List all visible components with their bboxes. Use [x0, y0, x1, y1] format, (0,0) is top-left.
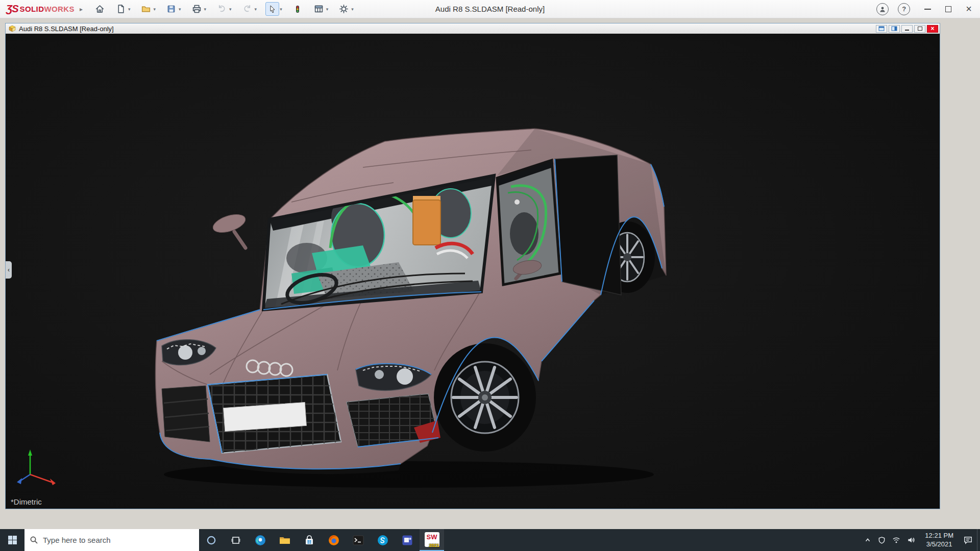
cortana-icon [206, 535, 216, 545]
document-title: Audi R8 S.SLDASM [Read-only] [19, 25, 114, 33]
edge-browser-button[interactable] [248, 529, 273, 551]
document-titlebar[interactable]: Audi R8 S.SLDASM [Read-only] × [6, 23, 940, 34]
minimize-button[interactable] [924, 9, 931, 10]
edge-icon [254, 534, 266, 546]
solidworks-icon: SW 2021 [425, 532, 439, 547]
start-button[interactable] [0, 529, 24, 551]
chevron-down-icon[interactable]: ▾ [153, 7, 157, 12]
orientation-triad [15, 446, 61, 492]
ds-logo-icon: ƷS [6, 3, 18, 15]
doc-restore-button[interactable] [914, 25, 925, 33]
teams-icon [401, 534, 413, 546]
brand-solid: SOLID [20, 5, 44, 13]
wifi-icon[interactable] [892, 536, 900, 544]
assembly-file-icon [9, 25, 16, 32]
side-blade-panel[interactable] [555, 155, 621, 295]
store-icon [304, 535, 315, 546]
help-button[interactable]: ? [898, 3, 910, 15]
new-document-button[interactable] [114, 2, 128, 16]
app-titlebar: ƷS SOLIDWORKS ▸ ▾ ▾ ▾ ▾ ▾ [0, 0, 980, 18]
browser-icon [328, 534, 340, 546]
clock-time: 12:21 PM [925, 532, 953, 540]
close-icon: × [930, 26, 934, 32]
car-model-audi-r8[interactable] [6, 34, 940, 509]
save-button[interactable] [164, 2, 178, 16]
design-table-button[interactable] [312, 2, 326, 16]
chevron-down-icon[interactable]: ▾ [254, 7, 259, 12]
terminal-button[interactable] [346, 529, 371, 551]
chevron-down-icon[interactable]: ▾ [128, 7, 132, 12]
skype-icon [377, 534, 389, 546]
system-tray: 12:21 PM 3/5/2021 [860, 529, 977, 551]
doc-pane-button-1[interactable] [876, 25, 887, 33]
windows-logo-icon [8, 535, 17, 545]
front-wheel[interactable] [434, 343, 536, 452]
chevron-down-icon[interactable]: ▾ [351, 7, 355, 12]
chevron-down-icon[interactable]: ▾ [326, 7, 330, 12]
file-explorer-button[interactable] [273, 529, 297, 551]
skype-button[interactable] [371, 529, 395, 551]
doc-pane-button-2[interactable] [889, 25, 900, 33]
minimize-icon [924, 9, 931, 10]
doc-close-button[interactable]: × [927, 25, 938, 33]
browser-button[interactable] [322, 529, 346, 551]
solidworks-taskbar-button[interactable]: SW 2021 [420, 529, 444, 551]
taskbar-clock[interactable]: 12:21 PM 3/5/2021 [922, 532, 957, 549]
action-center-icon[interactable] [963, 535, 973, 545]
taskbar-search[interactable] [24, 529, 199, 551]
account-avatar-icon[interactable] [876, 3, 889, 15]
task-view-icon [231, 535, 241, 545]
print-button[interactable] [190, 2, 204, 16]
desktop: { "app": { "brand_mark": "ƷS", "brand_so… [0, 0, 980, 551]
minimize-icon [905, 30, 909, 31]
volume-icon[interactable] [907, 536, 915, 544]
chevron-down-icon[interactable]: ▾ [204, 7, 208, 12]
document-window: Audi R8 S.SLDASM [Read-only] × [5, 23, 940, 509]
select-tool-button[interactable] [265, 2, 279, 16]
collapse-icon: ‹ [8, 266, 10, 273]
chevron-down-icon[interactable]: ▾ [279, 7, 284, 12]
maximize-button[interactable] [945, 6, 951, 12]
restore-icon [918, 27, 922, 31]
chevron-down-icon[interactable]: ▾ [229, 7, 233, 12]
graphics-viewport[interactable]: *Dimetric ‹ [6, 34, 940, 509]
undo-button[interactable] [215, 2, 229, 16]
terminal-icon [352, 534, 364, 546]
app-window-title: Audi R8 S.SLDASM [Read-only] [435, 5, 545, 13]
task-view-button[interactable] [224, 529, 248, 551]
home-button[interactable] [93, 2, 107, 16]
chevron-up-icon[interactable] [864, 537, 871, 544]
solidworks-logo: ƷS SOLIDWORKS [6, 3, 75, 15]
brand-name: SOLIDWORKS [20, 5, 75, 13]
close-icon: × [966, 3, 972, 14]
view-orientation-label: *Dimetric [11, 497, 42, 506]
redo-button[interactable] [240, 2, 254, 16]
close-button[interactable]: × [966, 4, 972, 14]
options-button[interactable] [337, 2, 351, 16]
solidworks-label: SW [427, 533, 437, 541]
file-explorer-icon [279, 534, 291, 546]
flyout-arrow-icon[interactable]: ▸ [80, 6, 83, 13]
search-input[interactable] [43, 536, 194, 544]
windows-taskbar: SW 2021 12:21 PM 3/5/2021 [0, 529, 980, 551]
clock-date: 3/5/2021 [925, 540, 953, 549]
rebuild-button[interactable] [291, 2, 305, 16]
store-button[interactable] [297, 529, 322, 551]
doc-minimize-button[interactable] [901, 25, 913, 33]
chevron-down-icon[interactable]: ▾ [178, 7, 183, 12]
teams-button[interactable] [395, 529, 420, 551]
search-icon [30, 536, 38, 544]
help-icon: ? [902, 5, 906, 13]
brand-works: WORKS [44, 5, 75, 13]
solidworks-year-badge: 2021 [429, 543, 439, 548]
cortana-button[interactable] [199, 529, 224, 551]
shield-icon[interactable] [878, 536, 886, 544]
show-desktop-button[interactable] [977, 529, 980, 551]
open-button[interactable] [139, 2, 153, 16]
panel-collapse-tab[interactable]: ‹ [6, 261, 12, 279]
maximize-icon [945, 6, 951, 12]
